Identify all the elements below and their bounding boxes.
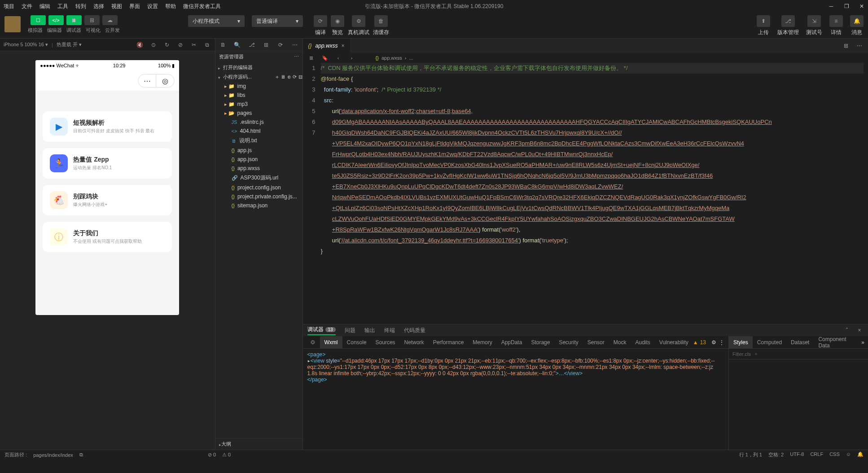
menu-settings[interactable]: 设置	[146, 1, 159, 12]
dt-tab-memory[interactable]: Memory	[468, 336, 496, 348]
close-tab-icon[interactable]: ×	[342, 43, 345, 49]
dt-close-icon[interactable]: ×	[855, 326, 864, 334]
language-mode[interactable]: CSS	[829, 451, 840, 458]
open-editors-section[interactable]: 打开的编辑器	[215, 63, 302, 72]
nav-fwd-icon[interactable]: ›	[348, 54, 356, 62]
mute-icon[interactable]: 🔇	[136, 41, 144, 49]
layout-icon[interactable]: ⊞	[262, 41, 270, 49]
msg-button[interactable]: 🔔	[850, 15, 864, 27]
dt-rtab-styles[interactable]: Styles	[729, 336, 753, 348]
eol[interactable]: CRLF	[810, 451, 823, 458]
dt-tab-wxml[interactable]: Wxml	[320, 336, 342, 348]
dt-tab-problems[interactable]: 问题	[345, 327, 355, 334]
dt-tab-sensor[interactable]: Sensor	[583, 336, 609, 348]
detail-button[interactable]: ≡	[829, 15, 843, 27]
list-icon[interactable]: ≣	[307, 54, 316, 62]
file-mp3[interactable]: ▸ 📁mp3	[215, 100, 302, 109]
dt-warning-count[interactable]: ▲ 13	[693, 339, 710, 346]
split-editor-icon[interactable]: ⊞	[842, 42, 850, 50]
compile-dropdown[interactable]: 普通编译▾	[252, 15, 303, 27]
files-icon[interactable]: 🗎	[219, 41, 227, 49]
card-zepp[interactable]: 🏃 热量值 Zepp运动热量 排名NO.1	[43, 148, 172, 179]
dt-tab-vulnerability[interactable]: Vulnerability	[655, 336, 693, 348]
dt-tab-output[interactable]: 输出	[364, 327, 375, 334]
testacct-button[interactable]: ⇲	[807, 15, 821, 27]
dt-tab-appdata[interactable]: AppData	[497, 336, 527, 348]
add-class-icon[interactable]: ＋	[754, 350, 758, 357]
device-selector[interactable]: iPhone 5 100% 16 ▾	[4, 42, 48, 48]
nav-back-icon[interactable]: ‹	[334, 54, 342, 62]
dt-collapse-icon[interactable]: ˄	[843, 326, 851, 334]
card-game[interactable]: 🐔 别踩鸡块爆火网络小游戏+	[43, 185, 172, 215]
capsule-close-icon[interactable]: ◎	[156, 74, 174, 87]
errors-count[interactable]: ⊘ 0	[208, 452, 216, 458]
dt-tab-mock[interactable]: Mock	[609, 336, 631, 348]
file-app.js[interactable]: {}app.js	[215, 146, 302, 155]
dt-tab-storage[interactable]: Storage	[526, 336, 554, 348]
editor-more-icon[interactable]: ⋯	[855, 42, 864, 50]
hot-reload-toggle[interactable]: 热重载 开 ▾	[57, 41, 82, 48]
file-libs[interactable]: ▸ 📁libs	[215, 91, 302, 100]
menu-goto[interactable]: 转到	[75, 1, 87, 12]
file-pages[interactable]: ▸ 📂pages	[215, 109, 302, 118]
menu-wxdevtools[interactable]: 微信开发者工具	[182, 1, 222, 12]
file-.eslintrc.js[interactable]: JS.eslintrc.js	[215, 118, 302, 127]
menu-ui[interactable]: 界面	[128, 1, 141, 12]
dt-inspect-icon[interactable]: ⯐	[306, 336, 320, 348]
menu-edit[interactable]: 编辑	[39, 1, 51, 12]
dt-rtab-computed[interactable]: Computed	[753, 336, 786, 348]
compile-button[interactable]: ⟳	[314, 15, 327, 27]
file-app.wxss[interactable]: {}app.wxss	[215, 164, 302, 173]
menu-view[interactable]: 视图	[110, 1, 123, 12]
tab-app-wxss[interactable]: {} app.wxss ×	[303, 39, 350, 53]
home-icon[interactable]: ⊙	[149, 41, 158, 49]
upload-button[interactable]: ⬆	[757, 15, 770, 27]
dt-rtab-more-icon[interactable]: »	[860, 338, 868, 346]
file-ASP300源码.url[interactable]: 🔗ASP300源码.url	[215, 173, 302, 183]
file-sitemap.json[interactable]: {}sitemap.json	[215, 201, 302, 210]
breadcrumb[interactable]: {} app.wxss › ...	[376, 55, 413, 61]
file-404.html[interactable]: <>404.html	[215, 127, 302, 136]
minimize-button[interactable]: ─	[828, 3, 835, 10]
dt-rtab-dataset[interactable]: Dataset	[786, 336, 814, 348]
dt-tab-debugger[interactable]: 调试器13	[307, 326, 336, 335]
file-app.json[interactable]: {}app.json	[215, 155, 302, 164]
menu-file[interactable]: 文件	[21, 1, 33, 12]
dt-tab-codequality[interactable]: 代码质量	[404, 327, 425, 334]
version-button[interactable]: ⎇	[781, 15, 795, 27]
file-project.config.json[interactable]: {}project.config.json	[215, 183, 302, 192]
capsule-more-icon[interactable]: ⋯	[138, 74, 156, 87]
copy-path-icon[interactable]: ⧉	[79, 452, 83, 458]
realdebug-button[interactable]: ⚙	[352, 15, 365, 27]
path-value[interactable]: pages/index/index	[33, 452, 73, 458]
rotate-icon[interactable]: ↻	[163, 41, 171, 49]
dt-kebab-icon[interactable]: ⋮	[718, 338, 726, 346]
capsule-menu[interactable]: ⋯◎	[138, 74, 175, 88]
visual-toggle[interactable]: ⊞	[84, 15, 100, 25]
file-project.private.config.js...[interactable]: {}project.private.config.js...	[215, 192, 302, 201]
dt-rtab-compdata[interactable]: Component Data	[814, 336, 860, 348]
dt-tab-audits[interactable]: Audits	[631, 336, 654, 348]
more-icon[interactable]: ⋯	[291, 41, 299, 49]
refresh-icon[interactable]: ⟳	[276, 41, 285, 49]
wxml-tree[interactable]: <page> ▸<view style="--d1padd:46px 17px …	[303, 349, 728, 450]
simulator-toggle[interactable]: ☐	[31, 15, 46, 25]
bookmark-icon[interactable]: 🔖	[321, 54, 329, 62]
preview-button[interactable]: ◉	[331, 15, 344, 27]
maximize-button[interactable]: ❐	[843, 3, 850, 10]
explorer-more-icon[interactable]: ⋯	[294, 54, 299, 60]
editor-toggle[interactable]: </>	[48, 15, 64, 25]
card-video-parse[interactable]: ▶ 短视频解析目前仅可抖音好 皮皮搞笑 快手 抖音 最右	[43, 111, 172, 142]
indent-spaces[interactable]: 空格: 2	[768, 451, 784, 458]
popout-icon[interactable]: ⧉	[203, 41, 211, 49]
dt-tab-terminal[interactable]: 终端	[384, 327, 395, 334]
cloud-toggle[interactable]: ☁	[102, 15, 118, 25]
file-img[interactable]: ▸ 📁img	[215, 82, 302, 91]
bell-icon[interactable]: 🔔	[857, 451, 864, 458]
dt-tab-security[interactable]: Security	[554, 336, 583, 348]
outline-section[interactable]: 大纲	[215, 438, 302, 450]
cursor-position[interactable]: 行 1，列 1	[739, 451, 762, 458]
menu-select[interactable]: 选择	[92, 1, 105, 12]
branch-icon[interactable]: ⎇	[248, 41, 256, 49]
dt-tab-performance[interactable]: Performance	[429, 336, 469, 348]
